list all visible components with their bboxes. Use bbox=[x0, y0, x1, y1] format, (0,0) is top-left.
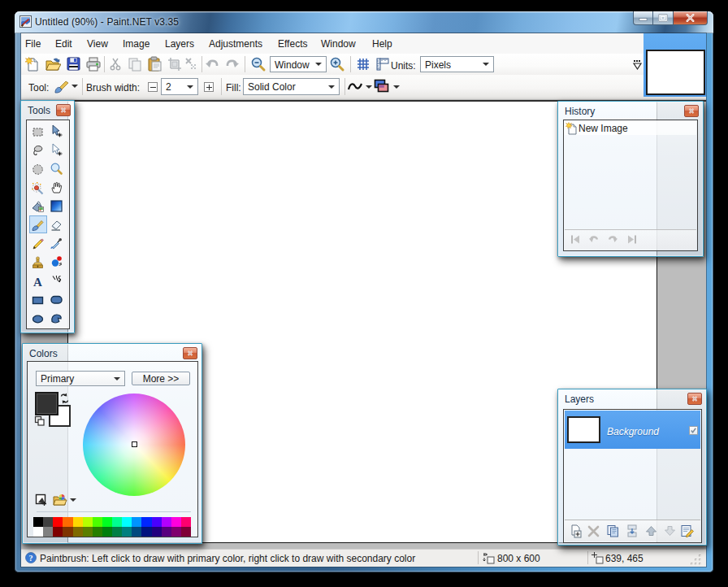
svg-text:?: ? bbox=[29, 554, 33, 563]
svg-text:A: A bbox=[33, 276, 42, 289]
